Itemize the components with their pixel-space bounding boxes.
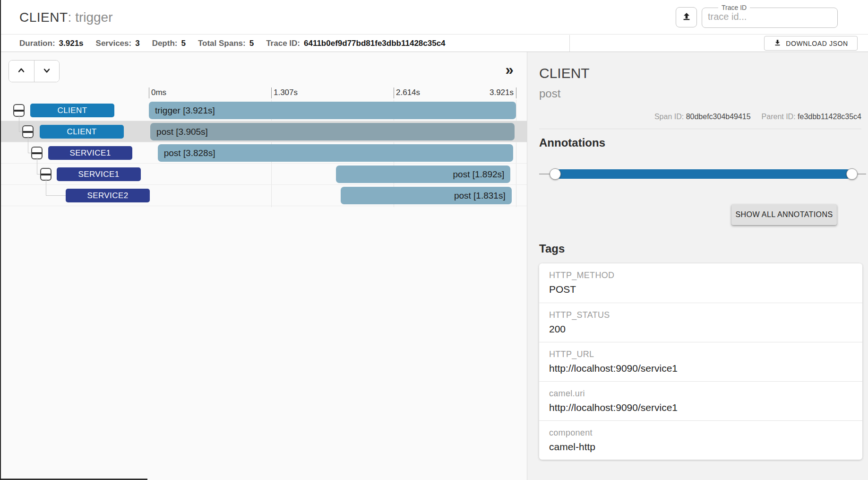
service-badge[interactable]: SERVICE1: [48, 146, 132, 160]
tag-row: HTTP_STATUS 200: [539, 303, 862, 342]
tag-key: HTTP_STATUS: [549, 310, 852, 320]
stat-depth: Depth:5: [152, 39, 186, 48]
span-bar[interactable]: post [1.892s]: [336, 166, 510, 183]
chevron-up-icon: [17, 66, 26, 77]
top-header: CLIENT: trigger Trace ID: [1, 0, 868, 35]
tag-value: POST: [549, 284, 852, 295]
slider-handle-right[interactable]: [846, 168, 858, 180]
tag-key: HTTP_URL: [549, 349, 852, 359]
parent-id-label: Parent ID:: [762, 113, 796, 121]
collapse-icon[interactable]: [31, 147, 43, 159]
slider-handle-left[interactable]: [550, 168, 561, 180]
collapse-detail-icon[interactable]: »: [498, 61, 521, 79]
span-id-label: Span ID:: [654, 113, 684, 121]
annotations-heading: Annotations: [539, 136, 605, 149]
time-axis: 0ms 1.307s 2.614s 3.921s: [149, 87, 516, 100]
span-row-post[interactable]: SERVICE1 post [3.828s]: [1, 142, 527, 164]
show-all-annotations-button[interactable]: SHOW ALL ANNOTATIONS: [731, 204, 837, 225]
detail-service-title: CLIENT: [539, 65, 590, 81]
download-icon: [773, 39, 782, 48]
upload-trace-button[interactable]: [676, 7, 697, 27]
tag-value: http://localhost:9090/service1: [549, 363, 852, 374]
trace-id-input[interactable]: [702, 11, 837, 25]
tag-key: HTTP_METHOD: [549, 271, 852, 280]
stat-services: Services:3: [96, 39, 140, 48]
page-title: CLIENT: trigger: [19, 0, 113, 35]
span-bar[interactable]: post [3.905s]: [150, 123, 515, 140]
span-row-post-selected[interactable]: CLIENT post [3.905s]: [1, 121, 527, 142]
span-ids: Span ID: 80dbefc304b49415 Parent ID: fe3…: [539, 113, 861, 121]
divider: [539, 129, 861, 129]
span-row-post[interactable]: SERVICE1 post [1.892s]: [1, 164, 527, 185]
collapse-icon[interactable]: [13, 104, 25, 117]
span-bar[interactable]: post [3.828s]: [158, 144, 513, 162]
tag-row: HTTP_URL http://localhost:9090/service1: [539, 342, 862, 381]
service-badge[interactable]: CLIENT: [30, 104, 114, 117]
summary-divider: [569, 35, 570, 52]
stat-trace-id: Trace ID:6411b0ef9d77bd81fe3dbb11428c35c…: [266, 39, 445, 48]
tag-value: 200: [549, 323, 852, 335]
span-rows: CLIENT trigger [3.921s] CLIENT post [3.9…: [1, 100, 527, 206]
parent-id-value: fe3dbb11428c35c4: [798, 113, 861, 121]
slider-track[interactable]: [555, 169, 852, 179]
tag-value: http://localhost:9090/service1: [549, 402, 852, 413]
tag-row: component camel-http: [539, 420, 862, 460]
span-nav-buttons: [9, 60, 60, 82]
span-bar[interactable]: post [1.831s]: [341, 187, 512, 204]
span-id-value: 80dbefc304b49415: [686, 113, 751, 121]
chevron-down-icon: [42, 66, 52, 77]
tag-key: component: [549, 428, 852, 438]
prev-span-button[interactable]: [9, 61, 34, 82]
tag-key: camel.uri: [549, 389, 852, 399]
span-row-post[interactable]: SERVICE2 post [1.831s]: [1, 185, 527, 206]
page-title-span: : trigger: [68, 10, 113, 25]
annotation-range-slider[interactable]: [539, 164, 866, 184]
tag-row: camel.uri http://localhost:9090/service1: [539, 381, 862, 420]
detail-span-name: post: [539, 87, 560, 100]
collapse-icon[interactable]: [40, 168, 52, 181]
tag-row: HTTP_METHOD POST: [539, 263, 862, 303]
span-bar[interactable]: trigger [3.921s]: [149, 102, 516, 119]
stat-duration: Duration:3.921s: [19, 39, 84, 48]
service-badge[interactable]: SERVICE2: [66, 189, 150, 202]
tag-value: camel-http: [549, 441, 852, 453]
tags-heading: Tags: [539, 242, 565, 255]
trace-summary-bar: Duration:3.921s Services:3 Depth:5 Total…: [1, 35, 868, 52]
service-badge[interactable]: SERVICE1: [57, 167, 141, 181]
collapse-icon[interactable]: [22, 125, 34, 138]
tags-card: HTTP_METHOD POST HTTP_STATUS 200 HTTP_UR…: [539, 263, 862, 460]
trace-viewer-page: CLIENT: trigger Trace ID Duration:3.921s…: [0, 0, 868, 480]
span-detail-panel: CLIENT post Span ID: 80dbefc304b49415 Pa…: [527, 52, 868, 480]
timeline-panel: » 0ms 1.307s 2.614s 3.921s: [1, 52, 527, 480]
trace-id-label: Trace ID: [718, 4, 750, 11]
download-json-button[interactable]: DOWNLOAD JSON: [764, 36, 858, 51]
trace-stats: Duration:3.921s Services:3 Depth:5 Total…: [19, 35, 446, 52]
next-span-button[interactable]: [34, 61, 60, 82]
span-row-trigger[interactable]: CLIENT trigger [3.921s]: [1, 100, 527, 121]
page-title-service: CLIENT: [19, 10, 68, 25]
trace-id-field: Trace ID: [702, 4, 838, 28]
stat-total-spans: Total Spans:5: [198, 39, 254, 48]
service-badge[interactable]: CLIENT: [40, 125, 124, 139]
upload-icon: [681, 11, 692, 24]
